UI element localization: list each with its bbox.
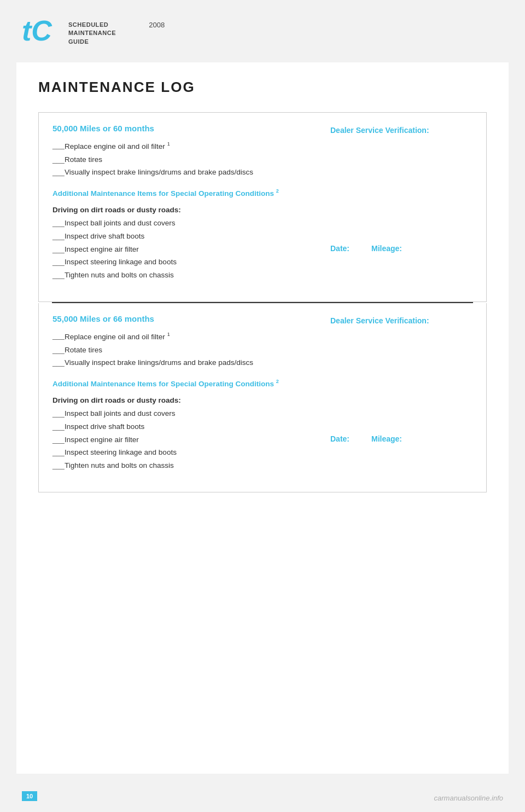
list-item: ___ Inspect steering linkage and boots bbox=[52, 448, 319, 458]
check-blank: ___ bbox=[52, 331, 65, 341]
item-text: Visually inspect brake linings/drums and… bbox=[65, 358, 319, 368]
item-text: Replace engine oil and oil filter 1 bbox=[65, 331, 319, 342]
list-item: ___ Inspect ball joints and dust covers bbox=[52, 409, 319, 419]
item-text: Inspect steering linkage and boots bbox=[65, 448, 319, 458]
list-item: ___ Inspect drive shaft boots bbox=[52, 231, 319, 242]
check-blank: ___ bbox=[52, 448, 65, 457]
section-55k-left: 55,000 Miles or 66 months ___ Replace en… bbox=[52, 314, 330, 481]
list-item: ___ Rotate tires bbox=[52, 345, 319, 356]
item-text: Visually inspect brake linings/drums and… bbox=[65, 167, 319, 178]
section-50k: 50,000 Miles or 60 months ___ Replace en… bbox=[38, 112, 487, 302]
item-text: Inspect engine air filter bbox=[65, 435, 319, 445]
item-text: Inspect ball joints and dust covers bbox=[65, 409, 319, 419]
item-text: Inspect ball joints and dust covers bbox=[65, 218, 319, 229]
header-year: 2008 bbox=[149, 21, 165, 29]
mileage-label-50k: Mileage: bbox=[371, 244, 402, 253]
item-text: Inspect steering linkage and boots bbox=[65, 257, 319, 268]
check-blank: ___ bbox=[52, 231, 65, 241]
dealer-label-55k: Dealer Service Verification: bbox=[330, 316, 472, 325]
list-item: ___ Inspect ball joints and dust covers bbox=[52, 218, 319, 229]
item-text: Rotate tires bbox=[65, 155, 319, 165]
list-item: ___ Inspect steering linkage and boots bbox=[52, 257, 319, 268]
check-blank: ___ bbox=[52, 167, 65, 177]
list-item: ___ Inspect engine air filter bbox=[52, 435, 319, 445]
page-number: 10 bbox=[22, 791, 37, 801]
mileage-label-55k: Mileage: bbox=[371, 434, 402, 443]
section-55k-inner: 55,000 Miles or 66 months ___ Replace en… bbox=[39, 303, 486, 492]
section-50k-left: 50,000 Miles or 60 months ___ Replace en… bbox=[52, 124, 330, 291]
check-blank: ___ bbox=[52, 218, 65, 228]
list-item: ___ Replace engine oil and oil filter 1 bbox=[52, 331, 319, 342]
check-blank: ___ bbox=[52, 422, 65, 432]
list-item: ___ Tighten nuts and bolts on chassis bbox=[52, 461, 319, 471]
additional-checklist-55k: ___ Inspect ball joints and dust covers … bbox=[52, 409, 319, 471]
page: tC SCHEDULED MAINTENANCE GUIDE 2008 MAIN… bbox=[0, 0, 525, 812]
header: tC SCHEDULED MAINTENANCE GUIDE 2008 bbox=[0, 0, 525, 57]
section-55k: 55,000 Miles or 66 months ___ Replace en… bbox=[38, 303, 487, 492]
checklist-50k: ___ Replace engine oil and oil filter 1 … bbox=[52, 141, 319, 178]
item-text: Inspect drive shaft boots bbox=[65, 231, 319, 242]
additional-heading-50k: Additional Maintenance Items for Special… bbox=[52, 188, 319, 199]
list-item: ___ Replace engine oil and oil filter 1 bbox=[52, 141, 319, 152]
item-text: Replace engine oil and oil filter 1 bbox=[65, 141, 319, 152]
check-blank: ___ bbox=[52, 257, 65, 267]
check-blank: ___ bbox=[52, 461, 65, 471]
check-blank: ___ bbox=[52, 435, 65, 445]
date-mileage-row-50k: Date: Mileage: bbox=[330, 244, 472, 253]
header-center: SCHEDULED MAINTENANCE GUIDE bbox=[68, 21, 116, 46]
date-mileage-row-55k: Date: Mileage: bbox=[330, 434, 472, 443]
miles-heading-55k: 55,000 Miles or 66 months bbox=[52, 314, 319, 323]
item-text: Inspect drive shaft boots bbox=[65, 422, 319, 432]
item-text: Inspect engine air filter bbox=[65, 245, 319, 255]
section-50k-inner: 50,000 Miles or 60 months ___ Replace en… bbox=[39, 113, 486, 301]
sub-heading-50k: Driving on dirt roads or dusty roads: bbox=[52, 206, 319, 214]
additional-heading-55k: Additional Maintenance Items for Special… bbox=[52, 378, 319, 389]
check-blank: ___ bbox=[52, 358, 65, 368]
date-label-50k: Date: bbox=[330, 244, 349, 253]
section-55k-right: Dealer Service Verification: Date: Milea… bbox=[330, 314, 472, 481]
item-text: Tighten nuts and bolts on chassis bbox=[65, 461, 319, 471]
list-item: ___ Tighten nuts and bolts on chassis bbox=[52, 270, 319, 281]
watermark: carmanualsonline.info bbox=[434, 794, 503, 802]
check-blank: ___ bbox=[52, 345, 65, 355]
additional-checklist-50k: ___ Inspect ball joints and dust covers … bbox=[52, 218, 319, 281]
check-blank: ___ bbox=[52, 141, 65, 150]
page-heading: MAINTENANCE LOG bbox=[38, 79, 487, 96]
date-mileage-55k: Date: Mileage: bbox=[330, 434, 472, 443]
sub-heading-55k: Driving on dirt roads or dusty roads: bbox=[52, 396, 319, 404]
check-blank: ___ bbox=[52, 245, 65, 254]
header-title: SCHEDULED MAINTENANCE GUIDE bbox=[68, 21, 116, 46]
list-item: ___ Inspect drive shaft boots bbox=[52, 422, 319, 432]
main-content: MAINTENANCE LOG 50,000 Miles or 60 month… bbox=[16, 62, 509, 774]
check-blank: ___ bbox=[52, 409, 65, 419]
list-item: ___ Inspect engine air filter bbox=[52, 245, 319, 255]
date-label-55k: Date: bbox=[330, 434, 349, 443]
dealer-label-50k: Dealer Service Verification: bbox=[330, 126, 472, 135]
logo: tC bbox=[22, 16, 52, 45]
check-blank: ___ bbox=[52, 155, 65, 165]
item-text: Rotate tires bbox=[65, 345, 319, 356]
date-mileage-50k: Date: Mileage: bbox=[330, 244, 472, 253]
section-50k-right: Dealer Service Verification: Date: Milea… bbox=[330, 124, 472, 291]
miles-heading-50k: 50,000 Miles or 60 months bbox=[52, 124, 319, 133]
list-item: ___ Rotate tires bbox=[52, 155, 319, 165]
checklist-55k: ___ Replace engine oil and oil filter 1 … bbox=[52, 331, 319, 368]
check-blank: ___ bbox=[52, 270, 65, 280]
list-item: ___ Visually inspect brake linings/drums… bbox=[52, 167, 319, 178]
list-item: ___ Visually inspect brake linings/drums… bbox=[52, 358, 319, 368]
item-text: Tighten nuts and bolts on chassis bbox=[65, 270, 319, 281]
